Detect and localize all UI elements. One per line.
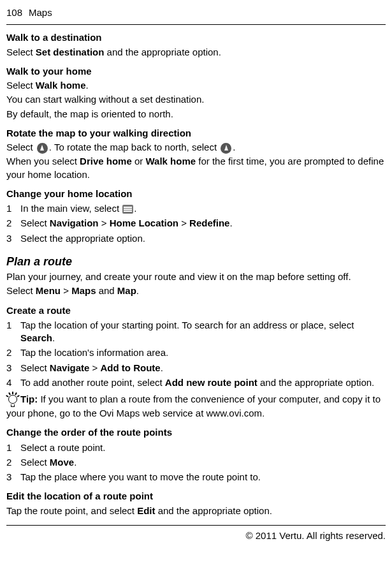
text-fragment: and the appropriate option.: [104, 47, 221, 57]
text-fragment: or: [132, 156, 146, 166]
edit-route-point-text: Tap the route point, and select Edit and…: [6, 505, 386, 517]
step-body: In the main view, select .: [20, 202, 386, 215]
step-number: 3: [6, 362, 20, 374]
heading-change-home: Change your home location: [6, 188, 386, 200]
section-name: Maps: [29, 6, 52, 19]
text-fragment: Tap the route point, and select: [6, 505, 137, 516]
list-item: 3 Select Navigate > Add to Route.: [6, 362, 386, 374]
list-item: 2 Select Navigation > Home Location > Re…: [6, 217, 386, 230]
drive-home-label: Drive home: [80, 156, 132, 166]
heading-edit-route-point: Edit the location of a route point: [6, 490, 386, 503]
text-fragment: When you select: [6, 156, 80, 166]
page-number: 108: [6, 6, 22, 19]
step-number: 2: [6, 456, 20, 469]
list-item: 2 Tap the location's information area.: [6, 346, 386, 359]
text-fragment: and the appropriate option.: [258, 377, 374, 388]
north-icon: [221, 143, 231, 154]
change-home-steps: 1 In the main view, select . 2 Select Na…: [6, 202, 386, 245]
plan-route-desc: Plan your journey, and create your route…: [6, 270, 386, 283]
heading-walk-home: Walk to your home: [6, 65, 386, 78]
list-item: 4 To add another route point, select Add…: [6, 376, 386, 389]
text-fragment: Select: [6, 80, 36, 91]
create-route-steps: 1 Tap the location of your starting poin…: [6, 319, 386, 389]
step-body: Select Move.: [20, 456, 386, 469]
step-number: 3: [6, 232, 20, 245]
page-header: 108 Maps: [6, 6, 386, 22]
step-body: To add another route point, select Add n…: [20, 376, 386, 389]
list-item: 1 Select a route point.: [6, 441, 386, 454]
step-body: Tap the location of your starting point.…: [20, 319, 386, 345]
text-fragment: .: [161, 362, 163, 373]
list-item: 2 Select Move.: [6, 456, 386, 469]
text-fragment: .: [233, 142, 235, 152]
step-body: Select Navigate > Add to Route.: [20, 362, 386, 374]
text-fragment: Select: [20, 362, 50, 373]
text-fragment: .: [134, 203, 136, 214]
footer-rule: [6, 525, 386, 526]
heading-plan-route: Plan a route: [6, 254, 386, 269]
text-fragment: Select: [20, 457, 50, 468]
compass-icon: [37, 143, 48, 154]
map-label: Map: [117, 285, 136, 296]
list-item: 3 Select the appropriate option.: [6, 232, 386, 245]
text-fragment: In the main view, select: [20, 203, 122, 214]
plan-route-select: Select Menu > Maps and Map.: [6, 284, 386, 297]
maps-label: Maps: [71, 285, 96, 296]
search-label: Search: [20, 332, 52, 343]
tip-label: Tip:: [20, 394, 38, 404]
text-fragment: To add another route point, select: [20, 377, 165, 388]
text-fragment: .: [74, 457, 76, 468]
set-destination-label: Set destination: [36, 47, 105, 57]
step-body: Select Navigation > Home Location > Rede…: [20, 217, 386, 230]
step-number: 2: [6, 217, 20, 230]
move-label: Move: [50, 457, 74, 468]
step-body: Select the appropriate option.: [20, 232, 386, 245]
text-fragment: Select: [20, 218, 50, 228]
edit-label: Edit: [137, 505, 155, 516]
tip-body: If you want to plan a route from the con…: [6, 394, 381, 418]
step-body: Tap the place where you want to move the…: [20, 471, 386, 484]
heading-change-order: Change the order of the route points: [6, 426, 386, 439]
tip-row: Tip: If you want to plan a route from th…: [6, 393, 386, 420]
text-fragment: .: [229, 218, 232, 228]
step-number: 3: [6, 471, 20, 484]
list-item: 1 In the main view, select .: [6, 202, 386, 215]
tip-icon: [6, 393, 19, 407]
walk-home-label: Walk home: [36, 80, 86, 91]
text-fragment: and the appropriate option.: [155, 505, 272, 516]
rotate-map-select: Select . To rotate the map back to north…: [6, 141, 386, 154]
text-fragment: Select: [6, 47, 36, 57]
navigation-label: Navigation: [50, 218, 99, 228]
list-item: 3 Tap the place where you want to move t…: [6, 471, 386, 484]
text-fragment: Select: [6, 285, 36, 296]
step-number: 1: [6, 319, 20, 345]
text-fragment: .: [52, 332, 55, 343]
step-body: Tap the location's information area.: [20, 346, 386, 359]
header-rule: [6, 24, 386, 25]
walk-home-note2: By default, the map is oriented to north…: [6, 108, 386, 121]
text-fragment: Tap the location of your starting point.…: [20, 320, 354, 330]
add-to-route-label: Add to Route: [101, 362, 161, 373]
home-location-label: Home Location: [110, 218, 178, 228]
step-number: 1: [6, 202, 20, 215]
rotate-map-note: When you select Drive home or Walk home …: [6, 155, 386, 181]
text-fragment: >: [178, 218, 189, 228]
text-fragment: . To rotate the map back to north, selec…: [49, 142, 219, 152]
text-fragment: .: [136, 285, 139, 296]
text-fragment: >: [99, 218, 110, 228]
footer-copyright: © 2011 Vertu. All rights reserved.: [6, 529, 386, 542]
heading-create-route: Create a route: [6, 304, 386, 317]
text-fragment: .: [86, 80, 89, 91]
walk-home-select: Select Walk home.: [6, 79, 386, 92]
walk-home-note1: You can start walking without a set dest…: [6, 93, 386, 106]
redefine-label: Redefine: [189, 218, 229, 228]
navigate-label: Navigate: [50, 362, 90, 373]
menu-icon: [122, 205, 133, 214]
heading-walk-destination: Walk to a destination: [6, 31, 386, 44]
text-fragment: and: [96, 285, 117, 296]
text-fragment: >: [61, 285, 71, 296]
list-item: 1 Tap the location of your starting poin…: [6, 319, 386, 345]
text-fragment: Select: [6, 142, 36, 152]
step-number: 1: [6, 441, 20, 454]
walk-home-label-2: Walk home: [145, 156, 196, 166]
